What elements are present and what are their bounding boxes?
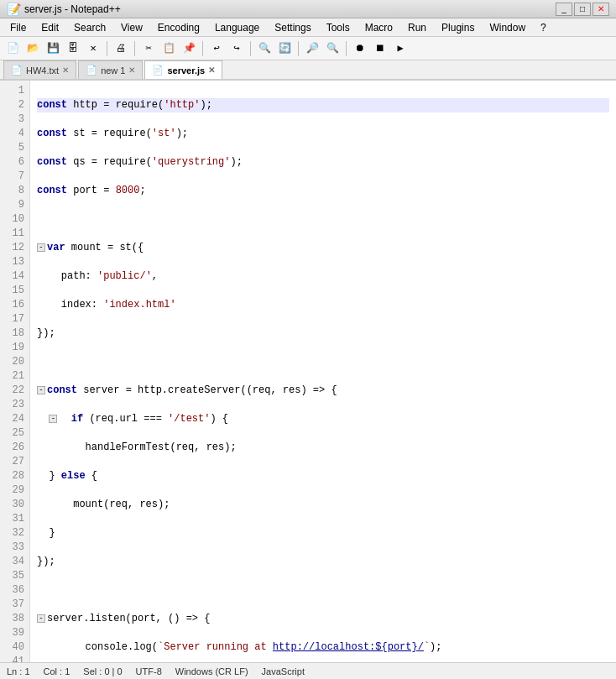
cut-button[interactable]: ✂ (139, 39, 158, 58)
menu-view[interactable]: View (114, 20, 149, 35)
paste-button[interactable]: 📌 (180, 39, 198, 58)
tab-bar: 📄 HW4.txt ✕ 📄 new 1 ✕ 📄 server.js ✕ (0, 60, 616, 81)
line-9: }); (37, 326, 609, 341)
macro-record-button[interactable]: ⏺ (351, 39, 369, 58)
line-2: const st = require('st'); (37, 127, 609, 141)
menu-edit[interactable]: Edit (34, 20, 65, 35)
fold-19[interactable]: - (37, 614, 45, 623)
macro-stop-button[interactable]: ⏹ (371, 39, 389, 58)
status-ln: Ln : 1 (7, 666, 30, 676)
menu-encoding[interactable]: Encoding (151, 20, 206, 35)
maximize-button[interactable]: □ (574, 3, 591, 16)
tab-new1-icon: 📄 (86, 65, 97, 76)
line-13: handleFormTest(req, res); (37, 441, 609, 455)
tab-hw4[interactable]: 📄 HW4.txt ✕ (3, 60, 76, 79)
tab-server[interactable]: 📄 server.js ✕ (144, 60, 222, 79)
open-file-button[interactable]: 📂 (23, 39, 42, 58)
line-12: - if (req.url === '/test') { (37, 412, 609, 426)
tab-new1-close[interactable]: ✕ (128, 65, 135, 75)
menu-search[interactable]: Search (67, 20, 112, 35)
new-file-button[interactable]: 📄 (3, 39, 22, 58)
menu-bar: File Edit Search View Encoding Language … (0, 18, 616, 37)
close-button[interactable]: ✕ (593, 3, 609, 16)
menu-settings[interactable]: Settings (268, 20, 317, 35)
separator4 (250, 41, 251, 56)
fold-12[interactable]: - (49, 415, 57, 423)
editor-area: 12345 678910 1112131415 1617181920 21222… (0, 81, 616, 662)
line-numbers: 12345 678910 1112131415 1617181920 21222… (0, 81, 30, 662)
line-4: const port = 8000; (37, 184, 609, 198)
menu-plugins[interactable]: Plugins (435, 20, 481, 35)
code-editor[interactable]: const http = require('http'); const st =… (30, 81, 616, 662)
line-6: -var mount = st({ (37, 241, 609, 255)
menu-tools[interactable]: Tools (320, 20, 357, 35)
separator2 (134, 41, 135, 56)
minimize-button[interactable]: _ (556, 3, 572, 16)
menu-language[interactable]: Language (208, 20, 266, 35)
line-7: path: 'public/', (37, 269, 609, 284)
fold-11[interactable]: - (37, 386, 45, 394)
status-file-type: JavaScript (262, 666, 305, 676)
save-all-button[interactable]: 🗄 (64, 39, 82, 58)
find-button[interactable]: 🔍 (255, 39, 274, 58)
print-button[interactable]: 🖨 (112, 39, 130, 58)
line-3: const qs = require('querystring'); (37, 155, 609, 170)
copy-button[interactable]: 📋 (159, 39, 178, 58)
toolbar: 📄 📂 💾 🗄 ✕ 🖨 ✂ 📋 📌 ↩ ↪ 🔍 🔄 🔎 🔍 ⏺ ⏹ ▶ (0, 37, 616, 60)
status-bar: Ln : 1 Col : 1 Sel : 0 | 0 UTF-8 Windows… (0, 662, 616, 679)
menu-run[interactable]: Run (401, 20, 433, 35)
window-controls: _ □ ✕ (556, 3, 609, 16)
tab-server-icon: 📄 (152, 65, 164, 76)
line-16: } (37, 526, 609, 541)
line-8: index: 'index.html' (37, 298, 609, 312)
line-20: console.log(`Server running at http://lo… (37, 640, 609, 655)
status-sel: Sel : 0 | 0 (83, 666, 122, 676)
line-19: -server.listen(port, () => { (37, 612, 609, 626)
status-line-ending: Windows (CR LF) (175, 666, 248, 676)
tab-hw4-close[interactable]: ✕ (62, 65, 69, 75)
tab-new1-label: new 1 (101, 65, 125, 76)
line-18 (37, 583, 609, 598)
line-10 (37, 355, 609, 369)
save-button[interactable]: 💾 (44, 39, 62, 58)
fold-6[interactable]: - (37, 243, 45, 252)
tab-server-close[interactable]: ✕ (208, 65, 215, 75)
tab-hw4-label: HW4.txt (26, 65, 59, 76)
tab-new1[interactable]: 📄 new 1 ✕ (78, 60, 143, 79)
menu-macro[interactable]: Macro (358, 20, 399, 35)
status-col: Col : 1 (44, 666, 70, 676)
macro-play-button[interactable]: ▶ (391, 39, 410, 58)
menu-help[interactable]: ? (534, 20, 553, 35)
tab-hw4-icon: 📄 (11, 65, 23, 76)
undo-button[interactable]: ↩ (207, 39, 226, 58)
line-17: }); (37, 555, 609, 569)
status-encoding: UTF-8 (136, 666, 162, 676)
menu-window[interactable]: Window (483, 20, 532, 35)
redo-button[interactable]: ↪ (227, 39, 246, 58)
line-15: mount(req, res); (37, 498, 609, 512)
zoom-out-button[interactable]: 🔍 (323, 39, 342, 58)
line-5 (37, 212, 609, 227)
separator3 (202, 41, 203, 56)
separator1 (107, 41, 107, 56)
app-icon: 📝 (7, 3, 21, 16)
line-14: } else { (37, 469, 609, 483)
separator6 (346, 41, 347, 56)
title-text: server.js - Notepad++ (24, 3, 121, 15)
line-11: -const server = http.createServer((req, … (37, 384, 609, 398)
replace-button[interactable]: 🔄 (275, 39, 294, 58)
menu-file[interactable]: File (3, 20, 33, 35)
tab-server-label: server.js (167, 65, 205, 76)
title-bar: 📝 server.js - Notepad++ _ □ ✕ (0, 0, 616, 18)
close-button[interactable]: ✕ (84, 39, 102, 58)
line-1: const http = require('http'); (37, 98, 609, 112)
zoom-in-button[interactable]: 🔎 (303, 39, 321, 58)
separator5 (298, 41, 299, 56)
